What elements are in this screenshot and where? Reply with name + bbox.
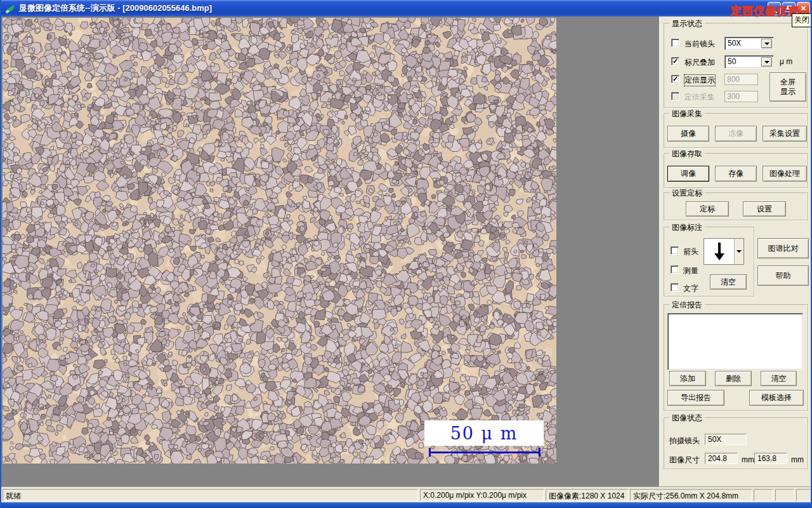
- scale-overlay-checkbox[interactable]: ✓: [671, 57, 679, 65]
- scale-overlay-dropdown-button[interactable]: [761, 57, 772, 67]
- current-lens-checkbox[interactable]: [671, 39, 679, 47]
- measure-label: 测量: [683, 265, 698, 276]
- control-panel: 显示状态 当前镜头 50X ✓ 标尺叠加 50 μ m ✓ 定倍显示 800 定…: [659, 17, 812, 486]
- application-window: 显微图像定倍系统--演示版 - [20090602055646.bmp] ✕ 定…: [0, 0, 812, 508]
- fullscreen-button[interactable]: 全屏显示: [769, 72, 806, 102]
- group-annotation-title: 图像标注: [669, 222, 705, 233]
- chevron-down-icon: [764, 43, 769, 45]
- chevron-down-icon: [737, 250, 742, 253]
- chevron-down-icon: [764, 61, 769, 64]
- image-height-value: 163.8: [754, 453, 787, 464]
- group-display-status-title: 显示状态: [669, 18, 705, 29]
- arrow-label: 箭头: [683, 246, 698, 257]
- scale-bar-overlay: 50 μ m: [424, 420, 545, 457]
- arrow-annotation-icon: [704, 239, 734, 264]
- scale-bar-box: 50 μ m: [424, 420, 544, 446]
- arrow-style-combobox[interactable]: [704, 238, 744, 265]
- vendor-watermark: 定西仪器仪表: [731, 4, 799, 18]
- group-report: 定倍报告 添加 删除 清空 导出报告 模板选择: [664, 304, 808, 411]
- group-display-status: 显示状态 当前镜头 50X ✓ 标尺叠加 50 μ m ✓ 定倍显示 800 定…: [664, 23, 808, 108]
- scale-overlay-label: 标尺叠加: [684, 57, 715, 68]
- current-lens-dropdown-button[interactable]: [761, 39, 772, 48]
- group-annotation: 图像标注 箭头 测量 文字 清空: [664, 227, 754, 297]
- text-checkbox[interactable]: [671, 283, 679, 291]
- image-width-unit: mm: [742, 455, 754, 464]
- scale-bar-line: [429, 448, 540, 457]
- load-image-button[interactable]: 调像: [667, 166, 709, 182]
- fixed-display-checkbox[interactable]: ✓: [671, 75, 679, 83]
- app-icon: [4, 3, 15, 14]
- image-height-unit: mm: [791, 455, 804, 464]
- fixed-capture-checkbox: [671, 92, 679, 100]
- title-bar: 显微图像定倍系统--演示版 - [20090602055646.bmp] ✕: [1, 0, 812, 17]
- status-spare-2: [775, 489, 794, 501]
- report-listbox[interactable]: [667, 313, 803, 370]
- capture-settings-button[interactable]: 采集设置: [763, 126, 807, 142]
- image-size-label: 图像尺寸: [669, 455, 700, 465]
- status-image-pixels: 图像像素:1280 X 1024: [546, 489, 629, 501]
- status-bar: 就绪 X:0.200μ m/pix Y:0.200μ m/pix 图像像素:12…: [1, 486, 812, 502]
- group-capture: 图像采集 摄像 冻像 采集设置: [664, 113, 808, 148]
- scale-overlay-unit: μ m: [780, 57, 792, 66]
- group-image-status-title: 图像状态: [669, 413, 705, 424]
- annotation-clear-button[interactable]: 清空: [710, 274, 747, 290]
- status-spare-1: [754, 489, 773, 501]
- fixed-display-label: 定倍显示: [684, 75, 715, 86]
- close-icon: ✕: [801, 4, 806, 13]
- atlas-compare-button[interactable]: 图谱比对: [757, 238, 809, 258]
- group-image-status: 图像状态 拍摄镜头 50X 图像尺寸 204.8 mm 163.8 mm: [664, 417, 808, 469]
- group-report-title: 定倍报告: [669, 300, 705, 311]
- status-actual-size: 实际尺寸:256.0mm X 204.8mm: [630, 489, 752, 501]
- text-label: 文字: [683, 283, 698, 294]
- fixed-capture-label: 定倍采集: [684, 92, 715, 103]
- report-delete-button[interactable]: 删除: [715, 371, 752, 386]
- freeze-button: 冻像: [715, 126, 757, 142]
- arrow-checkbox[interactable]: [671, 246, 679, 255]
- window-bottom-border: [1, 502, 812, 508]
- scale-overlay-value: 50: [725, 56, 761, 68]
- scale-overlay-combobox[interactable]: 50: [724, 55, 774, 69]
- image-process-button[interactable]: 图像处理: [763, 166, 807, 182]
- group-calibration-title: 设置定标: [669, 188, 705, 199]
- close-tooltip: 关闭: [792, 13, 812, 27]
- fixed-capture-field: 300: [724, 91, 758, 102]
- calibrate-button[interactable]: 定标: [686, 201, 729, 217]
- current-lens-combobox[interactable]: 50X: [724, 37, 774, 50]
- calibration-settings-button[interactable]: 设置: [743, 201, 786, 217]
- fixed-display-field: 800: [724, 74, 758, 85]
- group-capture-title: 图像采集: [669, 109, 705, 119]
- group-storage-title: 图像存取: [669, 149, 705, 159]
- status-pixel-scale: X:0.200μ m/pix Y:0.200μ m/pix: [420, 489, 544, 501]
- status-ready: 就绪: [3, 489, 418, 501]
- window-title: 显微图像定倍系统--演示版 - [20090602055646.bmp]: [19, 3, 212, 14]
- shoot-button[interactable]: 摄像: [667, 126, 709, 142]
- report-template-button[interactable]: 模板选择: [749, 390, 804, 406]
- shooting-lens-label: 拍摄镜头: [669, 436, 700, 446]
- report-export-button[interactable]: 导出报告: [667, 390, 724, 406]
- report-add-button[interactable]: 添加: [669, 371, 706, 386]
- scale-bar-label: 50 μ m: [450, 424, 518, 443]
- image-width-value: 204.8: [705, 453, 738, 464]
- micrograph-image: [3, 18, 556, 464]
- help-button[interactable]: 帮助: [757, 265, 809, 286]
- save-image-button[interactable]: 存像: [715, 166, 757, 182]
- measure-checkbox[interactable]: [671, 265, 679, 274]
- group-storage: 图像存取 调像 存像 图像处理: [664, 153, 808, 188]
- report-clear-button[interactable]: 清空: [761, 371, 797, 386]
- current-lens-value: 50X: [725, 37, 761, 50]
- shooting-lens-value: 50X: [705, 434, 747, 445]
- current-lens-label: 当前镜头: [684, 39, 715, 50]
- group-calibration: 设置定标 定标 设置: [664, 192, 808, 220]
- image-client-area: 50 μ m: [1, 17, 659, 486]
- arrow-style-dropdown-button[interactable]: [734, 239, 743, 264]
- status-spare-3: [796, 489, 812, 501]
